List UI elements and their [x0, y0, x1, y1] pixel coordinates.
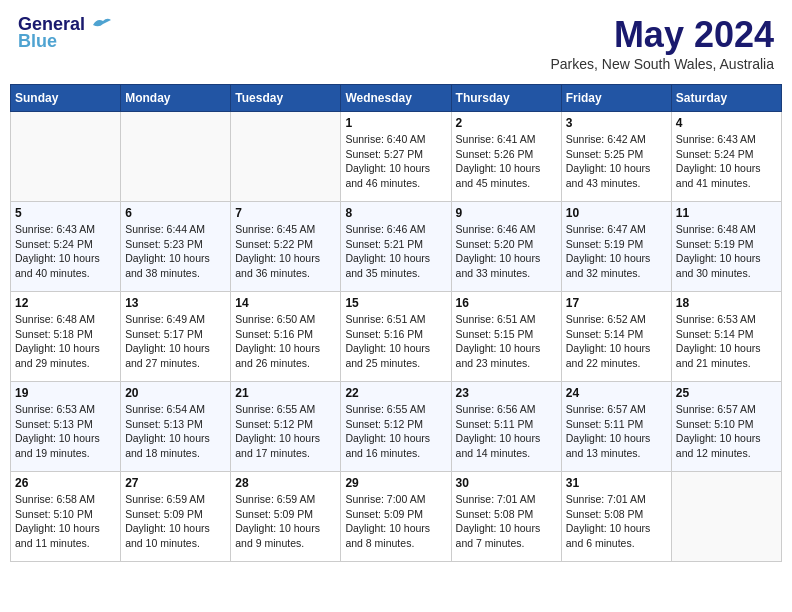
day-info: Sunrise: 6:48 AMSunset: 5:18 PMDaylight:… [15, 312, 116, 371]
day-info: Sunrise: 7:01 AMSunset: 5:08 PMDaylight:… [456, 492, 557, 551]
day-info: Sunrise: 6:55 AMSunset: 5:12 PMDaylight:… [345, 402, 446, 461]
day-number: 10 [566, 206, 667, 220]
month-title: May 2024 [550, 14, 774, 56]
column-header-tuesday: Tuesday [231, 85, 341, 112]
day-info: Sunrise: 6:42 AMSunset: 5:25 PMDaylight:… [566, 132, 667, 191]
day-info: Sunrise: 6:51 AMSunset: 5:16 PMDaylight:… [345, 312, 446, 371]
day-info: Sunrise: 6:46 AMSunset: 5:20 PMDaylight:… [456, 222, 557, 281]
calendar-week-row: 19Sunrise: 6:53 AMSunset: 5:13 PMDayligh… [11, 382, 782, 472]
calendar-cell [231, 112, 341, 202]
calendar-cell [11, 112, 121, 202]
day-info: Sunrise: 6:40 AMSunset: 5:27 PMDaylight:… [345, 132, 446, 191]
day-number: 7 [235, 206, 336, 220]
calendar-cell: 2Sunrise: 6:41 AMSunset: 5:26 PMDaylight… [451, 112, 561, 202]
day-number: 24 [566, 386, 667, 400]
day-number: 20 [125, 386, 226, 400]
day-info: Sunrise: 6:53 AMSunset: 5:14 PMDaylight:… [676, 312, 777, 371]
day-info: Sunrise: 6:43 AMSunset: 5:24 PMDaylight:… [676, 132, 777, 191]
day-number: 25 [676, 386, 777, 400]
column-header-thursday: Thursday [451, 85, 561, 112]
day-number: 21 [235, 386, 336, 400]
day-number: 18 [676, 296, 777, 310]
day-number: 22 [345, 386, 446, 400]
day-number: 4 [676, 116, 777, 130]
day-info: Sunrise: 6:45 AMSunset: 5:22 PMDaylight:… [235, 222, 336, 281]
calendar-cell [121, 112, 231, 202]
location-subtitle: Parkes, New South Wales, Australia [550, 56, 774, 72]
calendar-cell: 11Sunrise: 6:48 AMSunset: 5:19 PMDayligh… [671, 202, 781, 292]
day-info: Sunrise: 6:57 AMSunset: 5:10 PMDaylight:… [676, 402, 777, 461]
calendar-cell: 22Sunrise: 6:55 AMSunset: 5:12 PMDayligh… [341, 382, 451, 472]
day-info: Sunrise: 6:48 AMSunset: 5:19 PMDaylight:… [676, 222, 777, 281]
calendar-cell: 1Sunrise: 6:40 AMSunset: 5:27 PMDaylight… [341, 112, 451, 202]
day-number: 19 [15, 386, 116, 400]
day-info: Sunrise: 6:49 AMSunset: 5:17 PMDaylight:… [125, 312, 226, 371]
day-number: 2 [456, 116, 557, 130]
column-header-sunday: Sunday [11, 85, 121, 112]
calendar-table: SundayMondayTuesdayWednesdayThursdayFrid… [10, 84, 782, 562]
calendar-cell: 4Sunrise: 6:43 AMSunset: 5:24 PMDaylight… [671, 112, 781, 202]
column-header-monday: Monday [121, 85, 231, 112]
calendar-cell: 8Sunrise: 6:46 AMSunset: 5:21 PMDaylight… [341, 202, 451, 292]
calendar-cell [671, 472, 781, 562]
day-number: 12 [15, 296, 116, 310]
calendar-cell: 30Sunrise: 7:01 AMSunset: 5:08 PMDayligh… [451, 472, 561, 562]
calendar-cell: 13Sunrise: 6:49 AMSunset: 5:17 PMDayligh… [121, 292, 231, 382]
day-info: Sunrise: 6:59 AMSunset: 5:09 PMDaylight:… [125, 492, 226, 551]
calendar-cell: 29Sunrise: 7:00 AMSunset: 5:09 PMDayligh… [341, 472, 451, 562]
column-header-wednesday: Wednesday [341, 85, 451, 112]
day-info: Sunrise: 6:58 AMSunset: 5:10 PMDaylight:… [15, 492, 116, 551]
calendar-cell: 15Sunrise: 6:51 AMSunset: 5:16 PMDayligh… [341, 292, 451, 382]
calendar-week-row: 26Sunrise: 6:58 AMSunset: 5:10 PMDayligh… [11, 472, 782, 562]
calendar-cell: 3Sunrise: 6:42 AMSunset: 5:25 PMDaylight… [561, 112, 671, 202]
calendar-cell: 5Sunrise: 6:43 AMSunset: 5:24 PMDaylight… [11, 202, 121, 292]
calendar-cell: 28Sunrise: 6:59 AMSunset: 5:09 PMDayligh… [231, 472, 341, 562]
day-number: 9 [456, 206, 557, 220]
day-info: Sunrise: 7:00 AMSunset: 5:09 PMDaylight:… [345, 492, 446, 551]
calendar-cell: 20Sunrise: 6:54 AMSunset: 5:13 PMDayligh… [121, 382, 231, 472]
calendar-cell: 6Sunrise: 6:44 AMSunset: 5:23 PMDaylight… [121, 202, 231, 292]
calendar-cell: 7Sunrise: 6:45 AMSunset: 5:22 PMDaylight… [231, 202, 341, 292]
calendar-cell: 23Sunrise: 6:56 AMSunset: 5:11 PMDayligh… [451, 382, 561, 472]
day-number: 26 [15, 476, 116, 490]
day-number: 13 [125, 296, 226, 310]
day-number: 29 [345, 476, 446, 490]
calendar-cell: 27Sunrise: 6:59 AMSunset: 5:09 PMDayligh… [121, 472, 231, 562]
day-number: 16 [456, 296, 557, 310]
calendar-week-row: 12Sunrise: 6:48 AMSunset: 5:18 PMDayligh… [11, 292, 782, 382]
page-header: General Blue May 2024 Parkes, New South … [10, 10, 782, 76]
day-info: Sunrise: 7:01 AMSunset: 5:08 PMDaylight:… [566, 492, 667, 551]
day-number: 14 [235, 296, 336, 310]
day-info: Sunrise: 6:43 AMSunset: 5:24 PMDaylight:… [15, 222, 116, 281]
calendar-cell: 10Sunrise: 6:47 AMSunset: 5:19 PMDayligh… [561, 202, 671, 292]
calendar-cell: 16Sunrise: 6:51 AMSunset: 5:15 PMDayligh… [451, 292, 561, 382]
logo-blue: Blue [18, 31, 57, 52]
title-area: May 2024 Parkes, New South Wales, Austra… [550, 14, 774, 72]
day-info: Sunrise: 6:57 AMSunset: 5:11 PMDaylight:… [566, 402, 667, 461]
calendar-header-row: SundayMondayTuesdayWednesdayThursdayFrid… [11, 85, 782, 112]
day-info: Sunrise: 6:56 AMSunset: 5:11 PMDaylight:… [456, 402, 557, 461]
column-header-saturday: Saturday [671, 85, 781, 112]
day-number: 27 [125, 476, 226, 490]
day-info: Sunrise: 6:52 AMSunset: 5:14 PMDaylight:… [566, 312, 667, 371]
day-info: Sunrise: 6:47 AMSunset: 5:19 PMDaylight:… [566, 222, 667, 281]
day-number: 1 [345, 116, 446, 130]
day-info: Sunrise: 6:46 AMSunset: 5:21 PMDaylight:… [345, 222, 446, 281]
day-number: 17 [566, 296, 667, 310]
day-info: Sunrise: 6:44 AMSunset: 5:23 PMDaylight:… [125, 222, 226, 281]
calendar-cell: 24Sunrise: 6:57 AMSunset: 5:11 PMDayligh… [561, 382, 671, 472]
day-number: 8 [345, 206, 446, 220]
calendar-cell: 12Sunrise: 6:48 AMSunset: 5:18 PMDayligh… [11, 292, 121, 382]
calendar-cell: 26Sunrise: 6:58 AMSunset: 5:10 PMDayligh… [11, 472, 121, 562]
day-info: Sunrise: 6:51 AMSunset: 5:15 PMDaylight:… [456, 312, 557, 371]
day-number: 31 [566, 476, 667, 490]
day-number: 30 [456, 476, 557, 490]
day-number: 11 [676, 206, 777, 220]
day-number: 15 [345, 296, 446, 310]
logo-bird-icon [89, 16, 113, 34]
calendar-cell: 19Sunrise: 6:53 AMSunset: 5:13 PMDayligh… [11, 382, 121, 472]
calendar-cell: 17Sunrise: 6:52 AMSunset: 5:14 PMDayligh… [561, 292, 671, 382]
day-number: 6 [125, 206, 226, 220]
day-number: 28 [235, 476, 336, 490]
day-info: Sunrise: 6:50 AMSunset: 5:16 PMDaylight:… [235, 312, 336, 371]
